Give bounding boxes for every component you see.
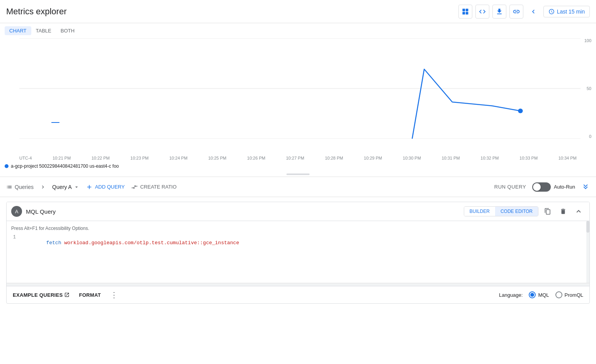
toolbar-right: RUN QUERY Auto-Run [494,182,590,192]
tab-both[interactable]: BOTH [56,26,79,35]
copy-button[interactable] [542,205,554,218]
auto-run-toggle[interactable]: Auto-Run [532,182,575,192]
query-editor-section: A MQL Query BUILDER CODE EDITOR [6,202,590,304]
code-icon-btn[interactable] [475,5,489,19]
editor-mode-tabs: BUILDER CODE EDITOR [464,206,538,216]
x-axis-1029: 10:29 PM [364,156,382,160]
expand-icon[interactable] [581,182,590,192]
queries-label: Queries [15,184,34,190]
x-axis-1023: 10:23 PM [130,156,148,160]
chevron-down-double-icon [581,182,590,190]
example-queries-label: EXAMPLE QUERIES [13,292,63,298]
ratio-icon [131,184,138,191]
dashboard-icon-btn[interactable] [458,5,472,19]
link-icon-btn[interactable] [509,5,523,19]
collapse-editor-button[interactable] [572,205,585,218]
drag-handle[interactable] [0,172,596,177]
scroll-thumb [586,221,589,233]
download-icon-btn[interactable] [492,5,506,19]
promql-radio-option[interactable]: PromQL [555,291,583,298]
code-editor-body[interactable]: Press Alt+F1 for Accessibility Options. … [7,221,589,283]
chart-x-axis: UTC-4 10:21 PM 10:22 PM 10:23 PM 10:24 P… [19,154,577,162]
add-query-label: ADD QUERY [95,184,125,190]
page-title: Metrics explorer [6,7,66,17]
chart-section: CHART TABLE BOTH 100 50 0 UTC-4 10:21 P [0,23,596,177]
add-icon [86,184,93,191]
time-label: Last 15 min [557,9,585,15]
create-ratio-button[interactable]: CREATE RATIO [131,184,177,191]
list-icon [6,184,12,190]
toggle-thumb [533,183,541,191]
scroll-indicator[interactable] [586,221,589,283]
y-axis-0: 0 [578,134,591,139]
x-axis-1032: 10:32 PM [480,156,499,160]
code-icon [479,8,486,15]
chart-x-axis-container: UTC-4 10:21 PM 10:22 PM 10:23 PM 10:24 P… [0,154,596,162]
chart-legend: a-gcp-project 5002298440842481700 us-eas… [0,162,596,172]
editor-scrollbar[interactable] [7,283,589,286]
svg-rect-2 [462,12,465,14]
dashboard-icon [461,8,469,15]
example-queries-button[interactable]: EXAMPLE QUERIES [13,292,70,298]
code-line-1: 1 fetch workload.googleapis.com/otlp.tes… [7,234,589,252]
query-selector[interactable]: Query A [52,184,80,190]
query-name: Query A [52,184,72,190]
format-button[interactable]: FORMAT [79,292,100,298]
line-number-1: 1 [7,235,22,240]
language-label: Language: [499,292,523,298]
query-title: MQL Query [26,208,464,215]
x-axis-1025: 10:25 PM [208,156,226,160]
mql-radio-option[interactable]: MQL [529,291,549,298]
x-axis-1030: 10:30 PM [403,156,421,160]
legend-dot [5,164,9,168]
editor-header-icons [542,205,585,218]
code-identifier: gce_instance [203,240,239,246]
x-axis-1021: 10:21 PM [53,156,71,160]
time-selector[interactable]: Last 15 min [543,6,590,17]
tab-table[interactable]: TABLE [31,26,56,35]
accessibility-hint: Press Alt+F1 for Accessibility Options. [7,224,589,234]
svg-rect-3 [465,12,468,14]
external-link-icon [64,292,70,298]
copy-icon [544,208,551,215]
chevron-left-icon [530,8,537,15]
x-axis-1033: 10:33 PM [519,156,538,160]
queries-nav[interactable]: Queries [6,184,34,190]
chevron-right-icon [40,184,46,190]
delete-button[interactable] [557,205,569,218]
query-badge: A [11,206,22,217]
more-options-button[interactable]: ⋮ [110,290,118,299]
svg-rect-1 [465,9,468,11]
clock-icon [548,9,555,15]
code-string-url: workload.googleapis.com/otlp.test.cumula… [61,240,197,246]
toggle-track [532,182,551,192]
code-editor-tab[interactable]: CODE EDITOR [495,207,538,216]
run-query-button[interactable]: RUN QUERY [494,184,526,190]
add-query-button[interactable]: ADD QUERY [86,184,125,191]
dropdown-icon [73,184,80,190]
chart-container: 100 50 0 [0,38,596,154]
query-editor-header: A MQL Query BUILDER CODE EDITOR [7,202,589,221]
x-axis-1022: 10:22 PM [92,156,110,160]
chart-y-axis: 100 50 0 [578,38,591,139]
chart-tabs: CHART TABLE BOTH [0,23,596,38]
svg-rect-0 [462,9,465,11]
query-toolbar: Queries Query A ADD QUERY CREATE RATIO R… [0,177,596,197]
code-keyword-fetch: fetch [46,240,61,246]
collapse-panel-btn[interactable] [526,5,540,19]
x-axis-1028: 10:28 PM [325,156,343,160]
header-actions: Last 15 min [458,5,590,19]
language-section: Language: MQL PromQL [499,291,583,298]
app-header: Metrics explorer [0,0,596,23]
x-axis-1031: 10:31 PM [442,156,460,160]
tab-chart[interactable]: CHART [5,26,31,35]
link-icon [513,8,520,15]
y-axis-100: 100 [578,38,591,43]
delete-icon [560,208,567,215]
builder-tab[interactable]: BUILDER [464,207,495,216]
legend-text: a-gcp-project 5002298440842481700 us-eas… [11,163,119,169]
mql-radio-circle [529,291,536,298]
mql-label: MQL [538,292,549,298]
drag-handle-bar [286,173,310,175]
chart-svg [19,38,581,139]
